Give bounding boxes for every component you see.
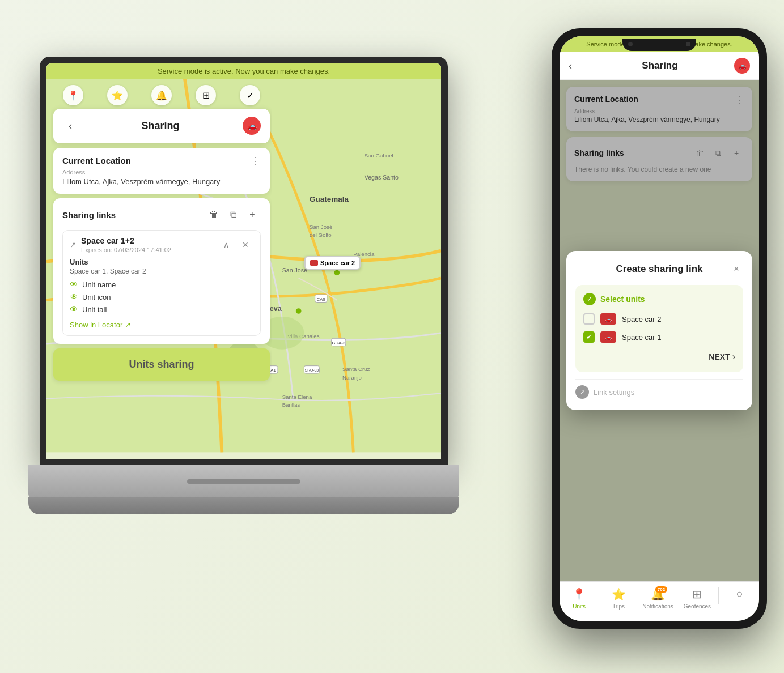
phone-bottom-nav: 📍 Units ⭐ Trips 🔔 702 Notifications ⊞ Ge… (560, 581, 759, 621)
svg-text:Vegas Santo: Vegas Santo (365, 174, 399, 181)
nav-units-label: Units (573, 603, 586, 610)
visibility-unit-icon: 👁 Unit icon (70, 292, 253, 301)
nav-units-icon: 📍 (572, 587, 586, 601)
nav-item-extra[interactable]: ○ (720, 587, 759, 610)
unit-checkbox-car1[interactable] (583, 331, 595, 343)
nav-item-trips[interactable]: ⭐ Trips (599, 587, 638, 610)
svg-text:Santa Cruz: Santa Cruz (342, 366, 370, 372)
external-link-icon: ↗ (125, 321, 131, 329)
share-icon: ↗ (70, 240, 77, 249)
nav-divider (718, 587, 719, 604)
phone-back-button[interactable]: ‹ (569, 60, 586, 72)
unit-name-car2: Space car 2 (622, 315, 661, 323)
sharing-links-card: Sharing links 🗑 ⧉ + ↗ Space car 1+2 Expi… (53, 198, 270, 344)
expand-link-btn[interactable]: ∧ (218, 237, 234, 253)
link-info: Space car 1+2 Expires on: 07/03/2024 17:… (81, 236, 218, 253)
svg-text:Santa Elena: Santa Elena (282, 394, 312, 400)
unit-checkbox-car2[interactable] (583, 313, 595, 325)
svg-text:San José: San José (282, 267, 307, 274)
toolbar-location-icon[interactable]: 📍 (63, 85, 83, 105)
svg-point-17 (334, 270, 340, 275)
unit-car-icon-car1: 🚗 (600, 331, 616, 343)
car-marker: Space car 2 (304, 256, 361, 270)
visibility-label-tail: Unit tail (82, 305, 107, 314)
laptop-base (28, 465, 459, 499)
svg-point-18 (296, 308, 302, 314)
select-units-icon: ✓ (583, 293, 596, 305)
eye-icon-name: 👁 (70, 280, 78, 289)
sharing-link-item: ↗ Space car 1+2 Expires on: 07/03/2024 1… (62, 230, 261, 336)
laptop-screen: Service mode is active. Now you can make… (46, 63, 441, 459)
add-sharing-btn[interactable]: + (244, 206, 261, 223)
units-sharing-button[interactable]: Units sharing (53, 348, 270, 381)
link-actions: ∧ ✕ (218, 237, 253, 253)
phone-frame: Service mode is active. Now you can make… (552, 28, 767, 629)
link-settings-row: ↗ Link settings (575, 379, 743, 399)
select-units-section: ✓ Select units 🚗 Space car 2 (575, 285, 743, 372)
svg-text:San Gabriel: San Gabriel (365, 152, 393, 159)
modal-overlay[interactable]: Create sharing link × ✓ Select units (560, 80, 759, 581)
link-name: Space car 1+2 (81, 236, 218, 245)
phone-screen: Service mode is active. Now you can make… (560, 36, 759, 621)
nav-trips-icon: ⭐ (612, 587, 626, 601)
svg-text:del Golfo: del Golfo (310, 232, 332, 238)
nav-trips-label: Trips (612, 603, 625, 610)
units-value: Space car 1, Space car 2 (70, 267, 253, 275)
location-title: Current Location Address Liliom Utca, Aj… (62, 156, 220, 186)
modal-close-button[interactable]: × (730, 262, 743, 276)
link-settings-icon: ↗ (575, 385, 589, 399)
marker-car-icon (310, 260, 318, 266)
toolbar: 📍 ⭐ 🔔 ⊞ ✓ (51, 80, 272, 109)
nav-notifications-badge: 702 (655, 586, 667, 593)
back-button[interactable]: ‹ (62, 118, 78, 134)
toolbar-check-icon[interactable]: ✓ (240, 85, 260, 105)
toolbar-grid-icon[interactable]: ⊞ (196, 85, 216, 105)
visibility-label-name: Unit name (82, 280, 116, 289)
visibility-unit-name: 👁 Unit name (70, 280, 253, 289)
eye-icon-tail: 👁 (70, 305, 78, 314)
svg-text:GUA-3: GUA-3 (332, 340, 345, 346)
laptop-base-bottom (28, 497, 459, 514)
sharing-links-header: Sharing links 🗑 ⧉ + (62, 206, 261, 223)
modal-title: Create sharing link (589, 263, 730, 275)
svg-text:Barillas: Barillas (282, 402, 300, 408)
units-label: Units (70, 258, 253, 266)
phone-title: Sharing (586, 60, 734, 71)
left-panel: 📍 ⭐ 🔔 ⊞ ✓ ‹ Sharing 🚗 (51, 80, 272, 454)
visibility-unit-tail: 👁 Unit tail (70, 305, 253, 314)
laptop-screen-wrapper: Service mode is active. Now you can make… (40, 57, 448, 465)
nav-item-units[interactable]: 📍 Units (560, 587, 599, 610)
delete-sharing-btn[interactable]: 🗑 (205, 206, 222, 223)
sharing-panel: ‹ Sharing 🚗 (53, 109, 270, 143)
phone-container: Service mode is active. Now you can make… (552, 28, 767, 629)
nav-geofences-icon: ⊞ (692, 587, 702, 601)
svg-text:San José: San José (310, 224, 332, 230)
location-card: Current Location Address Liliom Utca, Aj… (53, 148, 270, 194)
visibility-label-icon: Unit icon (82, 293, 111, 301)
next-button[interactable]: NEXT › (583, 350, 735, 364)
sharing-links-title: Sharing links (62, 210, 203, 220)
close-link-btn[interactable]: ✕ (238, 237, 253, 253)
phone-content[interactable]: Current Location Address Liliom Utca, Aj… (560, 80, 759, 581)
select-units-header: ✓ Select units (583, 293, 735, 305)
svg-text:Naranjo: Naranjo (342, 374, 362, 381)
next-label: NEXT (709, 352, 730, 361)
nav-item-geofences[interactable]: ⊞ Geofences (677, 587, 717, 610)
nav-notifications-label: Notifications (642, 603, 673, 610)
svg-text:Guatemala: Guatemala (310, 195, 349, 203)
next-arrow-icon: › (732, 352, 735, 362)
copy-sharing-btn[interactable]: ⧉ (224, 206, 241, 223)
panel-red-button[interactable]: 🚗 (243, 117, 261, 135)
link-settings-label: Link settings (594, 388, 634, 397)
toolbar-bell-icon[interactable]: 🔔 (151, 85, 172, 105)
nav-item-notifications[interactable]: 🔔 702 Notifications (638, 587, 677, 610)
show-locator-link[interactable]: Show in Locator ↗ (70, 321, 131, 329)
location-three-dot[interactable]: ⋮ (251, 156, 261, 166)
units-section: Units Space car 1, Space car 2 👁 Unit na… (70, 258, 253, 330)
phone-red-button[interactable]: 🚗 (734, 58, 750, 74)
toolbar-star-icon[interactable]: ⭐ (107, 85, 128, 105)
svg-text:CA9: CA9 (317, 297, 325, 302)
panel-title: Sharing (78, 120, 243, 132)
nav-extra-icon: ○ (736, 587, 743, 600)
modal-header: Create sharing link × (575, 262, 743, 276)
